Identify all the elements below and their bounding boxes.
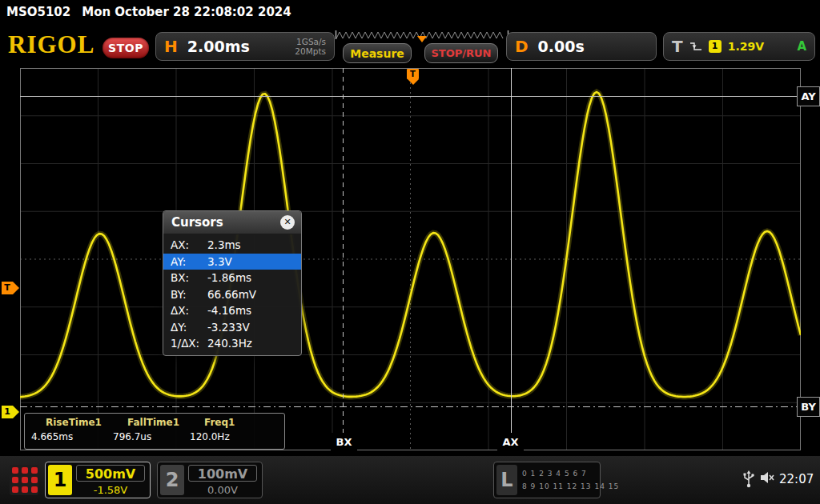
measurement-name: Freq1: [190, 417, 270, 428]
cursor-row-value: 2.3ms: [207, 238, 241, 251]
cursor-row[interactable]: ΔY:-3.233V: [163, 319, 301, 336]
cursor-tag-by: BY: [797, 397, 820, 417]
cursor-row[interactable]: ΔX:-4.16ms: [163, 302, 301, 319]
ch1-ground-arrow-icon: [13, 406, 19, 418]
measurement-name: FallTime1: [113, 417, 193, 428]
trigger-level-arrow-icon: [13, 282, 19, 294]
trigger-source-badge: 1: [709, 40, 722, 53]
close-icon[interactable]: ✕: [280, 215, 295, 230]
cursor-line-bx[interactable]: [343, 68, 344, 450]
measurement-item: Freq1120.0Hz: [190, 417, 270, 442]
delay-value: 0.00s: [538, 38, 585, 55]
trigger-block[interactable]: T 1 1.29V A: [663, 32, 815, 61]
trigger-mode-label: A: [797, 39, 806, 54]
waveform-preview-strip[interactable]: [335, 29, 509, 43]
channel1-offset-value: -1.58V: [76, 484, 145, 496]
cursor-tag-ax: AX: [497, 433, 524, 451]
cursors-panel[interactable]: Cursors ✕ AX:2.3msAY:3.3VBX:-1.86msBY:66…: [163, 210, 302, 356]
memory-depth-label: 20Mpts: [295, 46, 326, 56]
ch1-ground-marker[interactable]: 1: [2, 406, 19, 418]
logic-channels-row2: 8 9 10 11 12 13 14 15: [522, 482, 619, 490]
run-state-badge: STOP: [102, 38, 149, 58]
cursor-row[interactable]: BX:-1.86ms: [163, 270, 301, 286]
bottom-status-bar: 1 500mV -1.58V 2 100mV 0.00V L 0 1 2 3 4…: [0, 456, 820, 504]
logic-analyzer-block[interactable]: L 0 1 2 3 4 5 6 7 8 9 10 11 12 13 14 15: [493, 462, 601, 498]
t-label: T: [672, 37, 683, 56]
logic-channels-row1: 0 1 2 3 4 5 6 7: [522, 470, 587, 478]
cursor-row-label: BX:: [171, 271, 207, 284]
cursor-row-label: BY:: [171, 288, 207, 301]
cursor-row-value: 66.66mV: [207, 288, 256, 301]
top-status-bar: MSO5102Mon October 28 22:08:02 2024: [0, 0, 820, 24]
measure-button[interactable]: Measure: [343, 43, 412, 63]
trigger-level-marker[interactable]: T: [2, 282, 19, 294]
trigger-position-marker[interactable]: T: [407, 69, 419, 85]
cursors-panel-title: Cursors: [171, 215, 223, 230]
preview-trigger-marker-icon: [417, 36, 427, 42]
rigol-logo: RIGOL: [8, 30, 94, 59]
measurement-name: RiseTime1: [31, 417, 111, 428]
speaker-muted-icon[interactable]: [759, 470, 775, 485]
oscilloscope-screen: { "top_bar": { "model": "MSO5102", "date…: [0, 0, 820, 504]
usb-icon: [743, 470, 754, 488]
cursor-row[interactable]: BY:66.66mV: [163, 286, 301, 303]
cursor-row-value: -1.86ms: [207, 271, 251, 284]
trigger-position-label: T: [407, 69, 419, 79]
header-bar: RIGOL STOP H 2.00ms 1GSa/s 20Mpts Measur…: [0, 24, 820, 68]
cursor-row[interactable]: 1/ΔX:240.3Hz: [163, 335, 301, 352]
timebase-value: 2.00ms: [187, 38, 250, 55]
datetime-label: Mon October 28 22:08:02 2024: [82, 5, 291, 19]
measurement-item: FallTime1796.7us: [113, 417, 193, 442]
trigger-level-marker-label: T: [2, 282, 13, 294]
cursor-row-value: 3.3V: [207, 255, 232, 268]
channel2-scale-value: 100mV: [188, 465, 257, 482]
model-label: MSO5102: [6, 5, 70, 19]
logic-channel-numbers: 0 1 2 3 4 5 6 7 8 9 10 11 12 13 14 15: [522, 467, 619, 493]
acquisition-info: 1GSa/s 20Mpts: [295, 37, 326, 56]
logic-analyzer-badge: L: [496, 465, 517, 495]
measurement-item: RiseTime14.665ms: [31, 417, 111, 442]
cursor-row-value: -3.233V: [207, 321, 250, 334]
cursor-row-label: 1/ΔX:: [171, 337, 207, 350]
waveform-trace: [20, 68, 801, 450]
ch1-ground-marker-label: 1: [2, 406, 13, 418]
measurement-results-box[interactable]: RiseTime14.665msFallTime1796.7usFreq1120…: [24, 413, 285, 450]
trigger-level-value: 1.29V: [728, 40, 764, 53]
stop-run-button[interactable]: STOP/RUN: [424, 43, 498, 63]
cursor-row-label: AY:: [171, 255, 207, 268]
waveform-display-area: [20, 68, 801, 450]
channel2-offset-value: 0.00V: [188, 484, 257, 496]
cursors-panel-titlebar[interactable]: Cursors ✕: [163, 211, 301, 234]
channel1-number-badge: 1: [48, 465, 72, 495]
channel1-block[interactable]: 1 500mV -1.58V: [45, 462, 151, 498]
channel2-block[interactable]: 2 100mV 0.00V: [157, 462, 263, 498]
channel2-number-badge: 2: [160, 465, 184, 495]
delay-block[interactable]: D 0.00s: [506, 32, 657, 61]
clock-label: 22:07: [779, 472, 814, 486]
trigger-slope-icon: [689, 40, 702, 53]
cursor-row-label: ΔY:: [171, 321, 207, 334]
measurement-value: 120.0Hz: [190, 428, 270, 442]
cursor-line-by[interactable]: [20, 406, 801, 407]
cursor-row-label: ΔX:: [171, 304, 207, 317]
channel1-scale-value: 500mV: [76, 465, 145, 482]
horizontal-timebase-block[interactable]: H 2.00ms 1GSa/s 20Mpts: [155, 32, 335, 61]
trigger-position-arrow-icon: [408, 79, 419, 85]
d-label: D: [515, 37, 529, 56]
measurement-value: 4.665ms: [31, 428, 111, 442]
cursor-rows: AX:2.3msAY:3.3VBX:-1.86msBY:66.66mVΔX:-4…: [163, 234, 301, 355]
cursor-line-ax[interactable]: [511, 68, 512, 450]
cursor-line-ay[interactable]: [20, 96, 801, 97]
cursor-row[interactable]: AX:2.3ms: [163, 237, 301, 254]
h-label: H: [164, 37, 178, 56]
cursor-row[interactable]: AY:3.3V: [163, 254, 301, 270]
cursor-row-value: -4.16ms: [207, 304, 251, 317]
cursor-row-value: 240.3Hz: [207, 337, 252, 350]
cursor-row-label: AX:: [171, 238, 207, 251]
measurement-value: 796.7us: [113, 428, 193, 442]
menu-button[interactable]: [10, 465, 38, 495]
preview-zigzag-icon: [335, 29, 509, 43]
sample-rate-label: 1GSa/s: [296, 37, 326, 46]
cursor-tag-ay: AY: [797, 86, 820, 106]
cursor-tag-bx: BX: [331, 433, 357, 451]
